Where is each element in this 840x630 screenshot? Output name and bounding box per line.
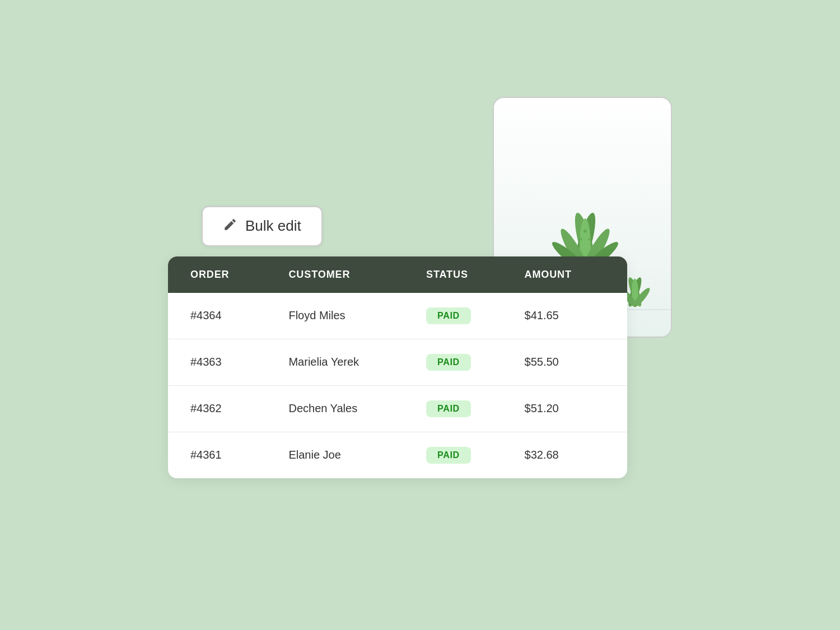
cell-amount: $55.50 [516,341,614,383]
cell-customer: Marielia Yerek [279,341,417,383]
cell-customer: Dechen Yales [279,388,417,430]
bulk-edit-button[interactable]: Bulk edit [202,206,323,246]
col-header-order: ORDER [181,256,279,293]
col-header-customer: CUSTOMER [279,256,417,293]
cell-order: #4361 [181,434,279,476]
table-header: ORDER CUSTOMER STATUS AMOUNT [168,256,627,293]
cell-amount: $32.68 [516,434,614,476]
cell-order: #4364 [181,295,279,337]
table-row[interactable]: #4363 Marielia Yerek PAID $55.50 [168,339,627,386]
svg-point-12 [580,238,582,240]
main-scene: Bulk edit ORDER CUSTOMER STATUS AMOUNT #… [168,97,672,534]
status-badge: PAID [426,354,471,371]
status-badge: PAID [426,307,471,324]
cell-status: PAID [417,293,515,339]
col-header-status: STATUS [417,256,515,293]
table-row[interactable]: #4361 Elanie Joe PAID $32.68 [168,432,627,478]
status-badge: PAID [426,447,471,464]
edit-icon [223,217,237,235]
orders-table-card: ORDER CUSTOMER STATUS AMOUNT #4364 Floyd… [168,256,627,478]
cell-customer: Floyd Miles [279,295,417,337]
cell-amount: $41.65 [516,295,614,337]
svg-point-11 [584,229,587,232]
cell-order: #4362 [181,388,279,430]
cell-customer: Elanie Joe [279,434,417,476]
table-row[interactable]: #4362 Dechen Yales PAID $51.20 [168,386,627,432]
bulk-edit-label: Bulk edit [245,217,301,235]
cell-order: #4363 [181,341,279,383]
cell-status: PAID [417,339,515,385]
status-badge: PAID [426,400,471,417]
cell-status: PAID [417,386,515,432]
col-header-amount: AMOUNT [516,256,614,293]
cell-amount: $51.20 [516,388,614,430]
table-body: #4364 Floyd Miles PAID $41.65 #4363 Mari… [168,293,627,478]
table-row[interactable]: #4364 Floyd Miles PAID $41.65 [168,293,627,339]
svg-point-13 [588,238,590,240]
cell-status: PAID [417,432,515,478]
